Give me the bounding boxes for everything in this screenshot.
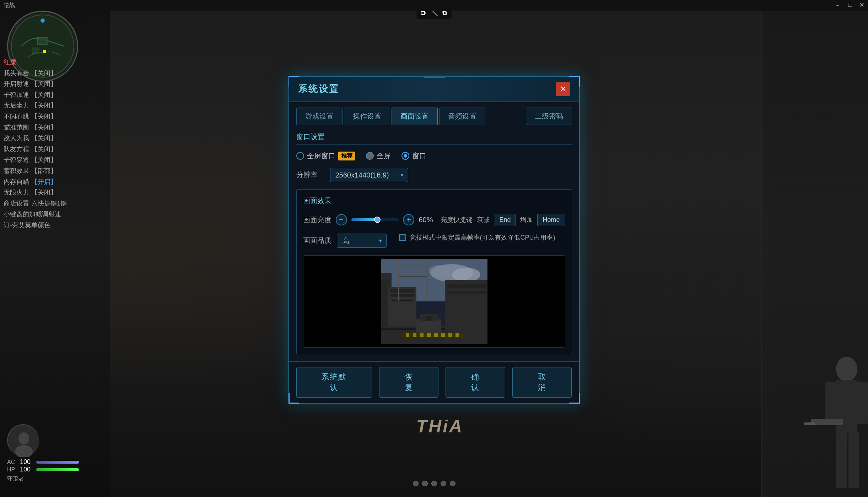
recommend-badge: 推荐 [338, 152, 355, 160]
default-button[interactable]: 系统默认 [296, 367, 372, 398]
quality-select-wrapper: 高 [337, 234, 387, 248]
brightness-value: 60% [419, 216, 436, 224]
dialog-overlay: 系统设置 ✕ 游戏设置 操作设置 画面设置 音频设置 二级密码 窗口设置 全屏窗… [0, 0, 868, 497]
corner-bl [289, 393, 299, 404]
quality-row: 画面品质 高 竞技模式中限定最高帧率(可以有效降低CPU占用率) [303, 233, 565, 248]
svg-point-32 [429, 265, 454, 278]
fullscreen-label: 全屏 [377, 151, 391, 161]
window-settings-header: 窗口设置 [296, 132, 572, 145]
svg-rect-37 [390, 294, 415, 297]
fullscreen-radio[interactable] [366, 152, 374, 160]
window-option[interactable]: 窗口 [401, 151, 426, 161]
quality-select[interactable]: 高 [337, 234, 387, 248]
svg-rect-52 [427, 333, 431, 337]
fps-limit-checkbox[interactable] [399, 234, 406, 241]
cancel-button[interactable]: 取消 [512, 367, 572, 398]
svg-rect-50 [413, 333, 416, 337]
window-label: 窗口 [412, 151, 426, 161]
brightness-increase-button[interactable]: + [403, 214, 414, 225]
brightness-decrease-button[interactable]: − [336, 214, 347, 225]
window-controls: － □ ✕ [835, 1, 864, 10]
dialog-close-button[interactable]: ✕ [556, 82, 570, 96]
svg-point-59 [425, 316, 432, 321]
dialog-footer: 系统默认 恢复 确认 取消 [289, 361, 579, 403]
resolution-row: 分辨率 2560x1440(16:9) [296, 168, 572, 182]
svg-rect-51 [420, 333, 424, 337]
decrease-label: 衰减 [477, 215, 490, 224]
decrease-key-button[interactable]: End [494, 214, 516, 226]
display-effects-header: 画面效果 [303, 196, 565, 208]
svg-rect-46 [447, 284, 486, 288]
corner-br [569, 393, 580, 404]
fullscreen-window-label: 全屏窗口 [307, 151, 335, 161]
preview-scene [381, 259, 487, 344]
fullscreen-option[interactable]: 全屏 [366, 151, 391, 161]
increase-key-button[interactable]: Home [537, 214, 565, 226]
system-settings-dialog: 系统设置 ✕ 游戏设置 操作设置 画面设置 音频设置 二级密码 窗口设置 全屏窗… [289, 76, 580, 404]
dialog-body: 窗口设置 全屏窗口 推荐 全屏 窗口 [289, 125, 579, 361]
tab-game-settings[interactable]: 游戏设置 [296, 108, 343, 125]
resolution-label: 分辨率 [296, 170, 325, 180]
fullscreen-window-option[interactable]: 全屏窗口 推荐 [296, 151, 355, 161]
increase-label: 增加 [520, 215, 533, 224]
svg-rect-49 [406, 333, 409, 337]
fps-limit-label: 竞技模式中限定最高帧率(可以有效降低CPU占用率) [410, 233, 555, 242]
fps-limit-row: 竞技模式中限定最高帧率(可以有效降低CPU占用率) [399, 233, 555, 242]
dialog-title: 系统设置 [298, 83, 339, 95]
brightness-row: 画面亮度 − + 60% 亮度快捷键 衰减 End 增加 Home [303, 214, 565, 226]
svg-rect-47 [447, 291, 486, 294]
preview-area [303, 255, 565, 348]
svg-rect-36 [390, 289, 415, 293]
window-mode-options: 全屏窗口 推荐 全屏 窗口 [296, 151, 572, 161]
brightness-label: 画面亮度 [303, 215, 331, 225]
svg-point-31 [452, 268, 480, 282]
dialog-header: 系统设置 ✕ [289, 77, 579, 102]
svg-rect-53 [434, 333, 438, 337]
brightness-slider[interactable] [351, 218, 399, 221]
close-window-button[interactable]: ✕ [859, 1, 864, 10]
secondary-password-button[interactable]: 二级密码 [526, 108, 572, 125]
svg-rect-55 [448, 333, 452, 337]
quality-label: 画面品质 [303, 236, 331, 245]
fullscreen-window-radio[interactable] [296, 152, 304, 160]
dialog-tabs: 游戏设置 操作设置 画面设置 音频设置 二级密码 [289, 102, 579, 125]
title-bar: 逆战 － □ ✕ [0, 0, 868, 11]
svg-rect-56 [455, 333, 459, 337]
restore-button[interactable]: 恢复 [379, 367, 439, 398]
svg-rect-54 [441, 333, 445, 337]
hotkey-label: 亮度快捷键 [441, 215, 473, 224]
minimize-button[interactable]: － [835, 1, 841, 10]
svg-rect-38 [392, 300, 413, 301]
window-title: 逆战 [4, 2, 15, 9]
tab-controls[interactable]: 操作设置 [344, 108, 390, 125]
tab-display[interactable]: 画面设置 [392, 108, 438, 125]
resolution-select[interactable]: 2560x1440(16:9) [330, 168, 408, 182]
window-radio[interactable] [401, 152, 409, 160]
display-effects-area: 画面效果 画面亮度 − + 60% 亮度快捷键 衰减 End 增加 Home [296, 189, 572, 354]
confirm-button[interactable]: 确认 [446, 367, 505, 398]
tab-audio[interactable]: 音频设置 [439, 108, 485, 125]
resolution-select-wrapper: 2560x1440(16:9) [330, 168, 408, 182]
maximize-button[interactable]: □ [848, 1, 852, 10]
